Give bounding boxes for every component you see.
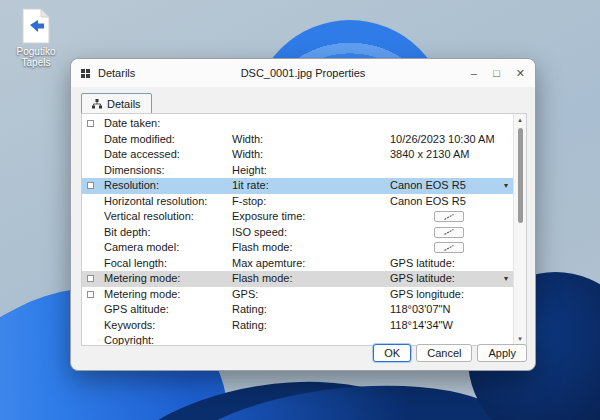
property-value: GPS latitude: [390, 256, 455, 272]
property-label: Focal length: [104, 256, 167, 272]
property-value: 10/26/2023 10:30 AM [390, 132, 495, 148]
vertical-scrollbar[interactable]: ▴ ▾ [513, 114, 526, 345]
tab-details[interactable]: Details [81, 93, 152, 115]
detail-row[interactable]: Vertical resolution: Exposure time: [82, 209, 513, 225]
details-list: Date taken: Date modified: Width: 10/26/… [81, 113, 527, 346]
row-checkbox[interactable] [87, 275, 94, 282]
chevron-down-icon[interactable]: ▾ [504, 178, 508, 194]
detail-row[interactable]: Camera model: Flash mode: [82, 240, 513, 256]
property-label-2: 1it rate: [232, 178, 269, 194]
detail-row[interactable]: Horizontal resolution: F-stop: Canon EOS… [82, 194, 513, 210]
property-label: Dimensions: [104, 163, 165, 179]
property-label: Metering mode: [104, 287, 180, 303]
detail-row[interactable]: Date taken: [82, 116, 513, 132]
edit-value-button[interactable] [434, 227, 464, 238]
property-value: GPS latitude: [390, 271, 455, 287]
edit-icon [443, 213, 455, 221]
titlebar-app-label: Detarils [98, 67, 135, 79]
titlebar[interactable]: Detarils DSC_0001.jpg Properties – □ ✕ [71, 59, 535, 87]
property-label-2: Flash mode: [232, 271, 293, 287]
detail-row[interactable]: Metering mode: GPS: GPS longitude: [82, 287, 513, 303]
tab-strip: Details [71, 87, 535, 115]
detail-row[interactable]: Date accessed: Width: 3840 x 2130 AM [82, 147, 513, 163]
property-value: 3840 x 2130 AM [390, 147, 470, 163]
property-label: Bit depth: [104, 225, 150, 241]
apply-button[interactable]: Apply [477, 344, 527, 362]
details-list-rows: Date taken: Date modified: Width: 10/26/… [82, 116, 513, 346]
property-value: Canon EOS R5 [390, 194, 466, 210]
dialog-footer: OK Cancel Apply [373, 344, 527, 362]
row-checkbox[interactable] [87, 291, 94, 298]
row-checkbox[interactable] [87, 120, 94, 127]
property-label-2: Width: [232, 132, 263, 148]
property-label: Resolution: [104, 178, 159, 194]
property-label: Date accessed: [104, 147, 180, 163]
edit-icon [443, 244, 455, 252]
edit-value-button[interactable] [434, 211, 464, 222]
property-label-2: GPS: [232, 287, 258, 303]
property-label: Date taken: [104, 116, 160, 132]
property-label: GPS altitude: [104, 302, 169, 318]
detail-row[interactable]: Dimensions: Height: [82, 163, 513, 179]
detail-row[interactable]: Resolution: 1it rate: Canon EOS R5 ▾ [82, 178, 513, 194]
property-label-2: ISO speed: [232, 225, 287, 241]
property-label-2: Width: [232, 147, 263, 163]
edit-icon [443, 228, 455, 236]
chevron-down-icon[interactable]: ▾ [504, 271, 508, 287]
cancel-button[interactable]: Cancel [416, 344, 472, 362]
tab-details-label: Details [107, 98, 141, 110]
maximize-button[interactable]: □ [493, 67, 500, 79]
property-label-2: Height: [232, 163, 267, 179]
property-label: Keywords: [104, 318, 155, 334]
scroll-down-icon[interactable]: ▾ [514, 335, 526, 343]
property-value: 118°14'34"W [390, 318, 453, 334]
grid-icon [81, 69, 90, 78]
property-label-2: Max apemture: [232, 256, 305, 272]
property-label-2: Flash mode: [232, 240, 293, 256]
detail-row[interactable]: GPS altitude: Rating: 118°03'07"N [82, 302, 513, 318]
property-label-2: F-stop: [232, 194, 266, 210]
row-checkbox[interactable] [87, 182, 94, 189]
property-value: Canon EOS R5 [390, 178, 466, 194]
details-tab-icon [92, 99, 102, 109]
property-label: Vertical resolution: [104, 209, 194, 225]
property-value: 118°03'07"N [390, 302, 450, 318]
property-label: Horizontal resolution: [104, 194, 207, 210]
minimize-button[interactable]: – [471, 67, 477, 79]
detail-row[interactable]: Metering mode: Flash mode: GPS latitude:… [82, 271, 513, 287]
property-label-2: Exposure time: [232, 209, 305, 225]
scroll-up-icon[interactable]: ▴ [514, 116, 526, 124]
desktop-shortcut[interactable]: Pogutiko Tapels [6, 8, 66, 68]
desktop-shortcut-label: Pogutiko Tapels [6, 46, 66, 68]
file-icon [21, 8, 51, 44]
detail-row[interactable]: Keywords: Rating: 118°14'34"W [82, 318, 513, 334]
property-label: Metering mode: [104, 271, 180, 287]
property-label-2: Rating: [232, 318, 267, 334]
properties-dialog: Detarils DSC_0001.jpg Properties – □ ✕ D… [70, 58, 536, 371]
property-label: Camera model: [104, 240, 179, 256]
property-label-2: Rating: [232, 302, 267, 318]
close-button[interactable]: ✕ [516, 67, 525, 79]
property-label: Date modified: [104, 132, 175, 148]
detail-row[interactable]: Bit depth: ISO speed: [82, 225, 513, 241]
scrollbar-thumb[interactable] [518, 128, 523, 223]
ok-button[interactable]: OK [373, 344, 411, 362]
detail-row[interactable]: Focal length: Max apemture: GPS latitude… [82, 256, 513, 272]
edit-value-button[interactable] [434, 242, 464, 253]
property-value: GPS longitude: [390, 287, 464, 303]
detail-row[interactable]: Date modified: Width: 10/26/2023 10:30 A… [82, 132, 513, 148]
property-label: Copyright: [104, 333, 154, 346]
window-title: DSC_0001.jpg Properties [71, 67, 535, 79]
